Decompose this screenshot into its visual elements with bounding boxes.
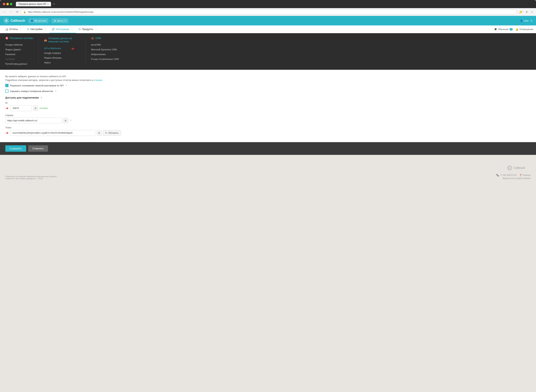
logo-icon: ✿ [4, 18, 9, 23]
checkbox-recordings[interactable] [5, 84, 9, 87]
app-container: ✿ Calltouch 👤 My account › 🖥 site.ru ▼ 👤 [0, 16, 536, 185]
id-copy-button[interactable]: ⧉ [33, 106, 38, 111]
help-link[interactable]: справке. [94, 79, 103, 81]
content-description2: Подробное описание методов, запросов и д… [5, 79, 531, 81]
header-right: 👤 User ⎋ [520, 19, 532, 22]
notifications-label: Оповещения [519, 28, 533, 31]
dropdown-col-crm: 💼 CRM amoCRM Microsoft Dynamics CRM Инфо… [86, 37, 124, 66]
dropdown-item-ms-dynamics[interactable]: Microsoft Dynamics CRM [91, 47, 119, 52]
checkbox-phones[interactable] [5, 89, 9, 93]
notifications-button[interactable]: 🔔 Оповещения [516, 28, 533, 31]
refresh-button[interactable]: ↺ [15, 9, 19, 14]
footer-action-bar: Сохранить Отменить [0, 142, 536, 155]
products-icon: 🛍 [78, 28, 81, 31]
checkbox-recordings-help-icon[interactable]: ? [66, 84, 67, 87]
logout-button[interactable]: ⎋ [531, 19, 532, 22]
education-icon: 🎓 [494, 28, 497, 31]
checkbox-recordings-label: Разрешить скачивание записей разговоров … [10, 84, 64, 87]
toolbar-key-icon[interactable]: 🔑 [518, 10, 523, 14]
url-text: https://lkbeta.calltouch.ru/accounts/123… [28, 11, 93, 13]
access-help-icon[interactable]: ? [41, 96, 42, 99]
dropdown-item-mytarget[interactable]: myTarget [5, 57, 33, 61]
server-help-icon[interactable]: ? [70, 119, 71, 122]
browser-window: Передача данных через API ✕ + ← → ↺ 🔒 ht… [0, 0, 536, 185]
toolbar-menu-icon[interactable]: ≡ [530, 10, 534, 14]
save-button[interactable]: Сохранить [5, 145, 26, 152]
footer-help-button[interactable]: ❓ Помощь [519, 174, 531, 176]
products-dots-icon[interactable]: ⋮ [95, 27, 98, 31]
nav-item-integrations[interactable]: 🔗 Интеграции ⋮ [49, 25, 76, 33]
address-bar[interactable]: 🔒 https://lkbeta.calltouch.ru/accounts/1… [21, 9, 517, 14]
dropdown-item-infoklinika[interactable]: Инфоклиника [91, 52, 119, 57]
settings-icon: ⚙ [27, 28, 29, 31]
footer-logo-area: ✿ Calltouch [5, 165, 531, 170]
dropdown-col-advertising: 🎯 Рекламные системы Google AdWords Яндек… [0, 37, 39, 66]
back-to-old-cabinet-link[interactable]: Вернуться в старый кабинет [496, 177, 531, 180]
phone-number: +7 495 308 01 00 [500, 174, 516, 176]
dropdown-item-yandex-metrika[interactable]: Яндекс.Метрика [44, 56, 80, 60]
app-nav: 📊 Отчеты ⋮ ⚙ Настройки ⋮ 🔗 Интеграции ⋮ … [0, 25, 536, 33]
footer-logo: ✿ Calltouch [507, 165, 525, 170]
lock-icon: 🔒 [23, 11, 26, 13]
footer-privacy[interactable]: Политика в отношении обработки персональ… [5, 175, 57, 177]
education-button[interactable]: 🎓 Обучение 1 [494, 28, 513, 31]
help-label: Помощь [522, 174, 531, 176]
my-account-button[interactable]: 👤 My account [29, 19, 48, 23]
nav-products-label: Продукты [82, 28, 93, 31]
id-input[interactable] [11, 105, 32, 111]
dropdown-item-google-analytics[interactable]: Google Analytics [44, 51, 80, 56]
token-refresh-button[interactable]: ↻ Обновить [103, 130, 121, 136]
access-title-text: Доступы для подключения [5, 96, 39, 99]
dropdown-col-sending: 📤 Отправка данных во внешние системы API… [39, 37, 86, 66]
tab-title: Передача данных через API [18, 3, 46, 5]
minimize-dot[interactable] [6, 3, 9, 5]
tab-close-icon[interactable]: ✕ [47, 3, 49, 5]
cancel-button[interactable]: Отменить [28, 145, 48, 152]
dropdown-item-yandex-direct[interactable]: Яндекс.Директ [5, 47, 33, 52]
token-field-group: Токен ➜ ⧉ ↻ Обновить [5, 126, 531, 136]
maximize-dot[interactable] [10, 3, 12, 5]
settings-dots-icon[interactable]: ⋮ [44, 27, 47, 31]
dropdown-item-manual[interactable]: Ручной ввод данных [5, 61, 33, 66]
my-account-label: My account [34, 19, 46, 22]
dropdown-item-more-crm[interactable]: И еще 14 различных CRM [91, 57, 119, 61]
id-arrow-annotation: ➜ [5, 106, 9, 111]
content-description: Вы можете забирать данные из личного каб… [5, 75, 531, 78]
nav-item-reports[interactable]: 📊 Отчеты ⋮ [3, 25, 24, 33]
nav-item-settings[interactable]: ⚙ Настройки ⋮ [24, 25, 49, 33]
token-input[interactable] [11, 130, 95, 136]
footer-logo-text: Calltouch [514, 166, 525, 169]
crm-icon: 💼 [91, 37, 94, 40]
token-copy-button[interactable]: ⧉ [97, 130, 102, 136]
dropdown-item-google-adwords[interactable]: Google AdWords [5, 42, 33, 47]
checkbox-phones-help-icon[interactable]: ? [55, 90, 56, 93]
desc-text2: Подробное описание методов, запросов и д… [5, 79, 93, 81]
sending-col-title: 📤 Отправка данных во внешние системы [44, 37, 80, 43]
logo-text: Calltouch [11, 19, 25, 23]
reports-dots-icon[interactable]: ⋮ [19, 27, 22, 31]
dropdown-item-facebook[interactable]: Facebook [5, 52, 33, 57]
back-button[interactable]: ← [2, 10, 7, 14]
dropdown-item-amocrm[interactable]: amoCRM [91, 42, 119, 47]
nav-item-products[interactable]: 🛍 Продукты ⋮ [76, 25, 100, 33]
browser-tab[interactable]: Передача данных через API ✕ [16, 2, 51, 6]
toolbar-share-icon[interactable]: ⬆ [525, 10, 529, 14]
dropdown-item-alytics[interactable]: Alytics [44, 60, 80, 65]
header-account-area: 👤 My account › 🖥 site.ru ▼ [29, 19, 68, 23]
server-input[interactable] [5, 118, 62, 123]
access-section-title: Доступы для подключения ? [5, 96, 531, 99]
server-copy-button[interactable]: ⧉ [63, 118, 68, 123]
nav-right: 🎓 Обучение 1 🔔 Оповещения [494, 28, 533, 31]
refresh-icon: ↻ [105, 131, 107, 134]
integrations-dots-icon[interactable]: ⋮ [71, 27, 74, 31]
new-tab-button[interactable]: + [53, 2, 55, 6]
forward-button[interactable]: → [9, 10, 14, 14]
user-button[interactable]: 👤 User [520, 19, 529, 22]
refresh-label: Обновить [108, 131, 119, 134]
browser-titlebar: Передача данных через API ✕ + [0, 0, 536, 8]
close-dot[interactable] [3, 3, 5, 5]
token-label: Токен [5, 126, 531, 129]
education-badge: 1 [509, 28, 513, 31]
id-input-row: ➜ ⧉ Активен [5, 105, 531, 111]
site-button[interactable]: 🖥 site.ru ▼ [52, 19, 68, 23]
